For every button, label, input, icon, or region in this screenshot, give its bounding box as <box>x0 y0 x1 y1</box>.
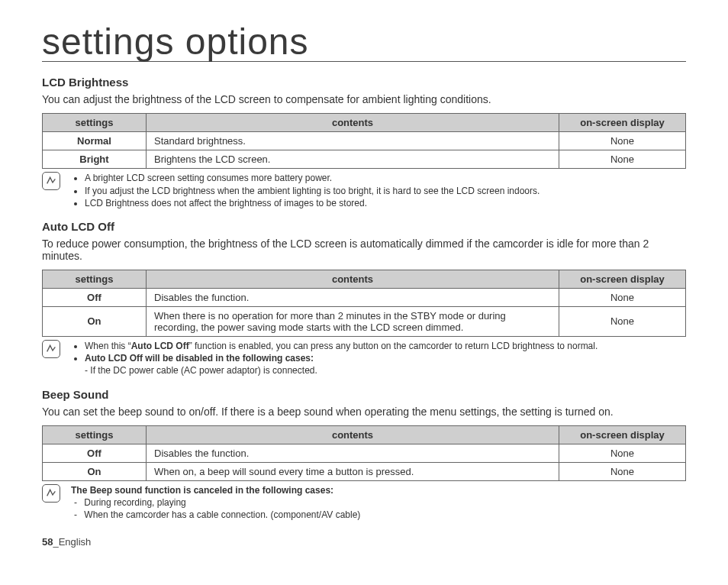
note-item: LCD Brightness does not affect the brigh… <box>85 197 686 209</box>
section-heading-beep-sound: Beep Sound <box>42 388 686 401</box>
section-desc: To reduce power consumption, the brightn… <box>42 238 686 262</box>
cell-contents: When there is no operation for more than… <box>147 306 559 336</box>
cell-display: None <box>559 444 686 462</box>
cell-contents: Disables the function. <box>147 444 559 462</box>
cell-display: None <box>559 462 686 480</box>
cell-display: None <box>559 132 686 150</box>
section-heading-lcd-brightness: LCD Brightness <box>42 76 686 89</box>
settings-table-auto-lcd-off: settings contents on-screen display Off … <box>42 270 686 337</box>
note-item: Auto LCD Off will be disabled in the fol… <box>85 352 686 377</box>
note-icon <box>42 484 60 503</box>
note-text-bold: Auto LCD Off <box>131 341 189 351</box>
cell-setting: On <box>43 306 147 336</box>
cell-display: None <box>559 150 686 169</box>
note-text-bold: Auto LCD Off will be disabled in the fol… <box>85 353 314 364</box>
note-text: ” function is enabled, you can press any… <box>189 341 598 351</box>
cell-setting: Bright <box>43 150 147 169</box>
col-display: on-screen display <box>559 270 686 288</box>
note-item: When this “Auto LCD Off” function is ena… <box>85 340 686 352</box>
note-item: A brighter LCD screen setting consumes m… <box>85 172 686 184</box>
table-row: On When on, a beep will sound every time… <box>43 462 686 480</box>
note-icon <box>42 172 60 190</box>
footer-lang: _English <box>53 536 91 548</box>
page-footer: 58_English <box>42 536 686 548</box>
page-number: 58 <box>42 536 53 548</box>
col-display: on-screen display <box>559 114 686 132</box>
note-icon <box>42 340 60 358</box>
settings-table-lcd-brightness: settings contents on-screen display Norm… <box>42 113 686 169</box>
note-block: A brighter LCD screen setting consumes m… <box>42 172 686 209</box>
note-text: When this “ <box>85 341 131 351</box>
note-item: When the camcorder has a cable connectio… <box>85 509 686 521</box>
cell-setting: On <box>43 462 147 480</box>
cell-setting: Normal <box>43 132 147 150</box>
cell-contents: Disables the function. <box>147 288 559 306</box>
cell-contents: Brightens the LCD screen. <box>147 150 559 169</box>
settings-table-beep-sound: settings contents on-screen display Off … <box>42 425 686 481</box>
col-settings: settings <box>43 114 147 132</box>
table-row: Off Disables the function. None <box>43 444 686 462</box>
col-display: on-screen display <box>559 425 686 444</box>
note-block: The Beep sound function is canceled in t… <box>42 484 686 522</box>
cell-display: None <box>559 306 686 336</box>
note-heading: The Beep sound function is canceled in t… <box>71 485 333 496</box>
col-contents: contents <box>147 425 559 444</box>
note-block: When this “Auto LCD Off” function is ena… <box>42 340 686 377</box>
col-settings: settings <box>43 270 147 288</box>
cell-display: None <box>559 288 686 306</box>
cell-setting: Off <box>43 444 147 462</box>
section-desc: You can set the beep sound to on/off. If… <box>42 406 686 418</box>
table-row: Off Disables the function. None <box>43 288 686 306</box>
cell-contents: Standard brightness. <box>147 132 559 150</box>
section-heading-auto-lcd-off: Auto LCD Off <box>42 220 686 233</box>
section-desc: You can adjust the brightness of the LCD… <box>42 93 686 105</box>
col-settings: settings <box>43 425 147 444</box>
table-row: On When there is no operation for more t… <box>43 306 686 336</box>
page-title: settings options <box>42 23 686 62</box>
col-contents: contents <box>147 270 559 288</box>
note-item: If you adjust the LCD brightness when th… <box>85 185 686 197</box>
cell-setting: Off <box>43 288 147 306</box>
cell-contents: When on, a beep will sound every time a … <box>147 462 559 480</box>
table-row: Normal Standard brightness. None <box>43 132 686 150</box>
table-row: Bright Brightens the LCD screen. None <box>43 150 686 169</box>
col-contents: contents <box>147 114 559 132</box>
note-text: - If the DC power cable (AC power adapto… <box>85 365 317 376</box>
note-item: During recording, playing <box>85 496 686 509</box>
